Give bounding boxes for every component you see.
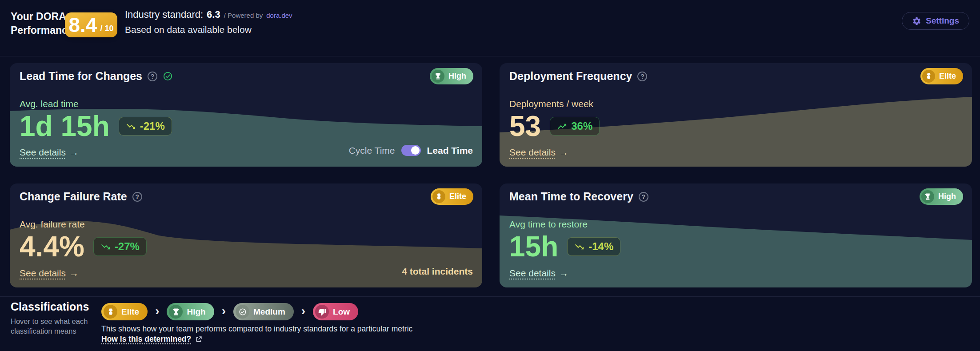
lead-time-label: Lead Time [427,145,473,156]
trophy-icon [169,305,183,319]
level-badge-high[interactable]: High [167,303,214,320]
thumbs-down-icon [315,305,329,319]
classification-badge-elite: Elite [431,188,473,205]
metric-value: 4.4% [20,226,84,267]
card-title: Change Failure Rate [20,190,127,203]
metric-value: 53 [509,106,541,147]
external-link-icon [195,336,202,343]
lead-time-toggle[interactable] [401,145,421,156]
toggle-knob [411,146,420,155]
trophy-icon [432,70,444,83]
dora-score-value: 8.4 [69,15,97,35]
see-details-link[interactable]: See details → [509,147,568,158]
chevron-right-icon: › [301,305,305,319]
level-badge-medium[interactable]: Medium [233,303,294,320]
gear-icon [912,16,921,26]
data-availability-note: Based on data available below [125,24,292,35]
dora-dashboard: Your DORA Performance 8.4 / 10 Industry … [0,0,980,351]
total-incidents: 4 total incidents [402,266,473,277]
help-icon[interactable]: ? [132,192,142,202]
page-title: Your DORA Performance [11,10,73,37]
classifications-description: This shows how your team performs compar… [101,324,412,334]
dora-score-max: / 10 [100,24,113,33]
trending-down-icon [100,242,111,252]
chevron-right-icon: › [155,305,159,319]
settings-button[interactable]: Settings [902,12,969,30]
trending-up-icon [557,121,567,132]
industry-standard-label: Industry standard: [125,9,203,20]
classification-badge-high: High [920,188,963,205]
settings-label: Settings [926,16,959,26]
card-mean-time-to-recovery: Mean Time to Recovery ? High Avg time to… [500,183,972,287]
how-determined-link[interactable]: How is this determined? [101,335,202,344]
check-circle-icon[interactable] [163,71,173,81]
help-icon[interactable]: ? [639,192,648,202]
trend-badge: -14% [567,237,620,256]
trending-down-icon [574,242,584,252]
see-details-link[interactable]: See details → [20,268,79,279]
classifications-hint: Hover to see what each classification me… [11,316,88,336]
see-details-link[interactable]: See details → [509,268,568,279]
trending-down-icon [126,121,136,132]
classifications-heading: Classifications [11,300,89,313]
card-lead-time-for-changes: Lead Time for Changes ? High Avg. lead t… [10,63,482,167]
card-title: Mean Time to Recovery [509,190,633,203]
trend-badge: 36% [550,117,600,136]
arrow-right-icon: → [559,268,568,279]
section-divider [0,296,980,297]
metric-value: 1d 15h [20,106,110,147]
level-badge-low[interactable]: Low [313,303,358,320]
arrow-right-icon: → [559,147,568,158]
classification-levels-row: Elite › High › Medium › Low [101,303,358,320]
see-details-link[interactable]: See details → [20,147,79,158]
help-icon[interactable]: ? [148,72,157,81]
arrow-right-icon: → [69,268,79,279]
dora-score-badge: 8.4 / 10 [65,12,117,37]
level-badge-elite[interactable]: Elite [101,303,148,320]
medal-icon [922,70,935,83]
classification-badge-elite: Elite [920,68,963,84]
trend-badge: -21% [119,117,172,136]
help-icon[interactable]: ? [637,72,647,81]
cycle-lead-toggle-row: Cycle Time Lead Time [349,145,473,156]
dora-dev-link[interactable]: dora.dev [266,12,292,19]
arrow-right-icon: → [69,147,79,158]
card-deployment-frequency: Deployment Frequency ? Elite Deployments… [500,63,972,167]
medal-icon [104,305,117,319]
trophy-icon [921,190,934,203]
header-divider [0,56,980,56]
classification-badge-high: High [430,68,473,84]
check-circle-icon [236,305,249,319]
card-title: Lead Time for Changes [20,70,142,83]
card-title: Deployment Frequency [509,70,632,83]
powered-by-text: / Powered by [224,12,263,19]
cycle-time-label: Cycle Time [349,145,395,156]
medal-icon [432,190,445,203]
industry-standard-block: Industry standard: 6.3 / Powered by dora… [125,9,292,35]
industry-standard-value: 6.3 [207,9,220,20]
metric-value: 15h [509,226,558,267]
chevron-right-icon: › [222,305,226,319]
card-change-failure-rate: Change Failure Rate ? Elite Avg. failure… [10,183,482,287]
trend-badge: -27% [93,237,147,256]
